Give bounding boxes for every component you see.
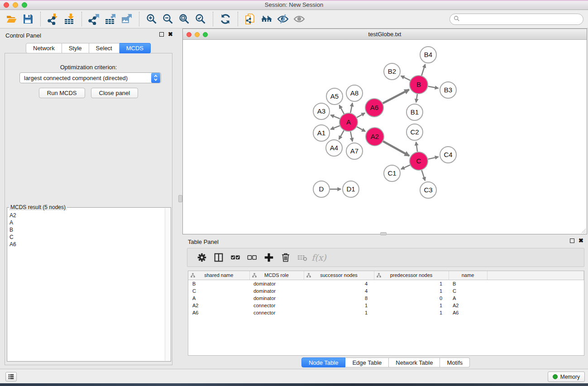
network-window-titlebar[interactable]: testGlobe.txt [183,29,587,40]
close-panel-icon[interactable]: ✖ [578,238,583,243]
edge-C-C3[interactable] [422,170,425,181]
tab-mcds[interactable]: MCDS [120,43,151,53]
zoom-fit-icon[interactable] [176,12,192,26]
column-header-name[interactable]: name [449,271,487,280]
tab-motifs[interactable]: Motifs [440,357,470,367]
zoom-selected-icon[interactable] [192,12,209,26]
memory-button[interactable]: Memory [548,372,585,382]
task-history-button[interactable] [5,372,17,381]
edge-C-C2[interactable] [416,142,417,152]
add-column-icon[interactable] [260,250,277,265]
new-network-document-icon[interactable] [242,12,258,26]
eye-slash-icon[interactable] [275,12,291,26]
edge-A-A2[interactable] [357,127,365,131]
node-B[interactable]: B [410,76,428,94]
edge-A-A3[interactable] [330,115,339,119]
network-canvas[interactable]: B4B2BB3A8A5A6A3B1AC2A1A2A4A7C4CC1C3DD1 [183,40,587,234]
table-row[interactable]: Adominator80A [188,295,584,302]
node-A[interactable]: A [339,113,358,131]
edge-B-B1[interactable] [416,94,417,102]
save-floppy-icon[interactable] [20,12,36,26]
gear-icon[interactable] [193,250,210,265]
tab-style[interactable]: Style [62,43,89,53]
float-panel-icon[interactable] [159,32,164,37]
node-B3[interactable]: B3 [440,82,456,98]
open-folder-icon[interactable] [4,12,20,26]
node-B1[interactable]: B1 [406,104,423,120]
edge-B-B3[interactable] [428,86,439,88]
node-C1[interactable]: C1 [384,165,400,181]
horizontal-split-grip[interactable] [380,232,387,235]
search-field[interactable] [449,14,583,25]
edge-C-C4[interactable] [428,157,439,159]
export-image-icon[interactable] [119,12,135,26]
node-A3[interactable]: A3 [313,103,330,119]
edge-A2-C[interactable] [383,141,409,156]
table-row[interactable]: Bdominator41B [188,280,584,287]
edge-C-C1[interactable] [401,165,410,169]
column-header-predecessor-nodes[interactable]: predecessor nodes [374,271,449,280]
select-all-checkboxes-icon[interactable] [227,250,244,265]
column-header-successor-nodes[interactable]: successor nodes [304,271,374,280]
run-mcds-button[interactable]: Run MCDS [39,88,85,98]
edge-A-A1[interactable] [330,126,339,129]
mcds-result-item[interactable]: A6 [8,241,165,248]
edge-A6-B[interactable] [383,90,409,103]
tab-node-table[interactable]: Node Table [301,357,346,367]
eye-icon[interactable] [291,12,307,26]
close-panel-button[interactable]: Close panel [91,88,139,98]
refresh-icon[interactable] [217,12,234,26]
import-network-icon[interactable] [45,12,61,26]
node-D[interactable]: D [313,181,330,197]
result-scrollbar[interactable] [165,208,170,361]
edge-A-A7[interactable] [350,132,352,142]
tab-network[interactable]: Network [26,43,62,53]
table-row[interactable]: Cdominator41C [188,287,584,295]
node-A6[interactable]: A6 [365,99,383,117]
export-table-icon[interactable] [102,12,119,26]
deselect-all-checkboxes-icon[interactable] [244,250,260,265]
mcds-result-item[interactable]: B [8,226,165,234]
edge-A-A5[interactable] [339,105,344,114]
mcds-result-item[interactable]: C [8,234,165,241]
node-A7[interactable]: A7 [346,143,363,159]
mcds-result-item[interactable]: A [8,219,165,226]
node-C[interactable]: C [410,152,428,170]
column-view-icon[interactable] [210,250,227,265]
edge-A-A6[interactable] [357,113,365,118]
node-B4[interactable]: B4 [420,47,436,63]
node-A5[interactable]: A5 [326,88,343,105]
trash-icon[interactable] [277,250,294,265]
column-header-MCDS-role[interactable]: MCDS role [249,271,304,280]
criterion-dropdown[interactable]: largest connected component (directed) [19,72,161,83]
close-panel-icon[interactable]: ✖ [168,32,173,37]
node-A8[interactable]: A8 [346,85,363,101]
edge-B-B2[interactable] [401,76,411,81]
zoom-out-icon[interactable] [160,12,176,26]
search-input[interactable] [460,16,583,23]
node-D1[interactable]: D1 [343,181,359,197]
column-header-shared-name[interactable]: shared name [188,271,249,280]
mcds-result-item[interactable]: A2 [8,212,165,219]
import-table-icon[interactable] [61,12,77,26]
edge-A-A8[interactable] [350,103,352,113]
edge-A-A4[interactable] [339,130,344,139]
resize-grip-icon[interactable] [580,227,586,234]
tab-select[interactable]: Select [89,43,120,53]
node-C4[interactable]: C4 [440,147,456,163]
node-A2[interactable]: A2 [366,128,384,146]
float-panel-icon[interactable] [570,238,574,243]
vertical-split-grip[interactable] [178,195,182,202]
node-C3[interactable]: C3 [420,182,436,198]
zoom-in-icon[interactable] [143,12,160,26]
node-B2[interactable]: B2 [384,63,400,80]
node-C2[interactable]: C2 [406,124,423,140]
node-A4[interactable]: A4 [326,140,342,156]
houses-icon[interactable] [258,12,275,26]
node-A1[interactable]: A1 [313,125,330,141]
edge-B-B4[interactable] [421,64,425,76]
tab-edge-table[interactable]: Edge Table [345,357,389,367]
table-row[interactable]: A2connector11A2 [188,302,584,309]
table-row[interactable]: A6connector11A6 [188,309,584,316]
tab-network-table[interactable]: Network Table [389,357,440,367]
